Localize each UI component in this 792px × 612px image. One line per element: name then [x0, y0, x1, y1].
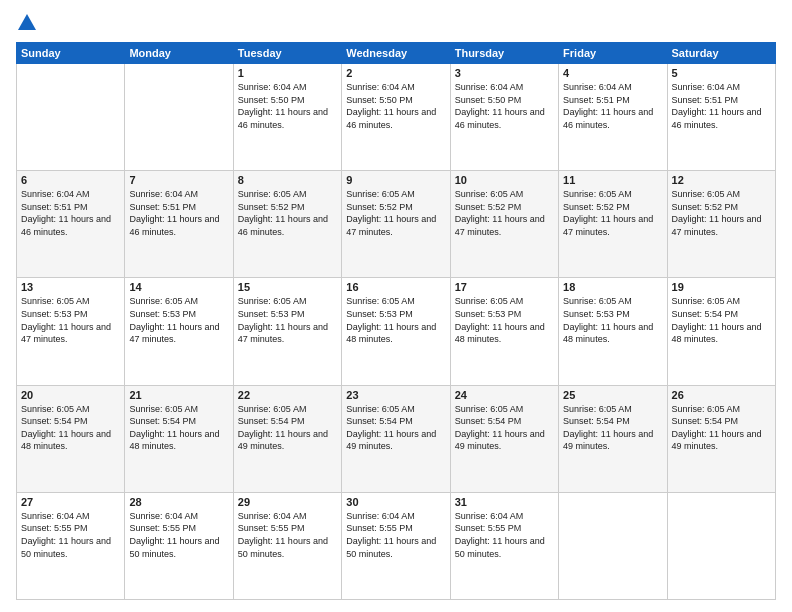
- day-info: Sunrise: 6:05 AMSunset: 5:52 PMDaylight:…: [672, 188, 771, 238]
- weekday-header: Thursday: [450, 43, 558, 64]
- calendar-cell: 19Sunrise: 6:05 AMSunset: 5:54 PMDayligh…: [667, 278, 775, 385]
- day-number: 1: [238, 67, 337, 79]
- calendar-cell: 29Sunrise: 6:04 AMSunset: 5:55 PMDayligh…: [233, 492, 341, 599]
- calendar-cell: 18Sunrise: 6:05 AMSunset: 5:53 PMDayligh…: [559, 278, 667, 385]
- calendar-cell: 5Sunrise: 6:04 AMSunset: 5:51 PMDaylight…: [667, 64, 775, 171]
- day-info: Sunrise: 6:04 AMSunset: 5:55 PMDaylight:…: [455, 510, 554, 560]
- day-info: Sunrise: 6:05 AMSunset: 5:52 PMDaylight:…: [238, 188, 337, 238]
- calendar-cell: 30Sunrise: 6:04 AMSunset: 5:55 PMDayligh…: [342, 492, 450, 599]
- day-number: 26: [672, 389, 771, 401]
- calendar-cell: 15Sunrise: 6:05 AMSunset: 5:53 PMDayligh…: [233, 278, 341, 385]
- day-number: 8: [238, 174, 337, 186]
- day-info: Sunrise: 6:04 AMSunset: 5:55 PMDaylight:…: [21, 510, 120, 560]
- day-info: Sunrise: 6:04 AMSunset: 5:51 PMDaylight:…: [129, 188, 228, 238]
- calendar-cell: 27Sunrise: 6:04 AMSunset: 5:55 PMDayligh…: [17, 492, 125, 599]
- day-number: 27: [21, 496, 120, 508]
- weekday-header: Saturday: [667, 43, 775, 64]
- day-info: Sunrise: 6:04 AMSunset: 5:51 PMDaylight:…: [563, 81, 662, 131]
- calendar-cell: 25Sunrise: 6:05 AMSunset: 5:54 PMDayligh…: [559, 385, 667, 492]
- calendar-cell: 8Sunrise: 6:05 AMSunset: 5:52 PMDaylight…: [233, 171, 341, 278]
- day-info: Sunrise: 6:05 AMSunset: 5:54 PMDaylight:…: [455, 403, 554, 453]
- calendar-cell: 7Sunrise: 6:04 AMSunset: 5:51 PMDaylight…: [125, 171, 233, 278]
- calendar-cell: [667, 492, 775, 599]
- calendar-cell: 9Sunrise: 6:05 AMSunset: 5:52 PMDaylight…: [342, 171, 450, 278]
- calendar-cell: 6Sunrise: 6:04 AMSunset: 5:51 PMDaylight…: [17, 171, 125, 278]
- calendar-week-row: 20Sunrise: 6:05 AMSunset: 5:54 PMDayligh…: [17, 385, 776, 492]
- day-info: Sunrise: 6:05 AMSunset: 5:53 PMDaylight:…: [563, 295, 662, 345]
- day-number: 18: [563, 281, 662, 293]
- day-number: 6: [21, 174, 120, 186]
- day-info: Sunrise: 6:04 AMSunset: 5:51 PMDaylight:…: [672, 81, 771, 131]
- day-number: 3: [455, 67, 554, 79]
- calendar-week-row: 27Sunrise: 6:04 AMSunset: 5:55 PMDayligh…: [17, 492, 776, 599]
- calendar-header-row: SundayMondayTuesdayWednesdayThursdayFrid…: [17, 43, 776, 64]
- day-number: 19: [672, 281, 771, 293]
- logo-icon: [16, 12, 38, 34]
- calendar-cell: 12Sunrise: 6:05 AMSunset: 5:52 PMDayligh…: [667, 171, 775, 278]
- calendar-cell: 23Sunrise: 6:05 AMSunset: 5:54 PMDayligh…: [342, 385, 450, 492]
- calendar-week-row: 6Sunrise: 6:04 AMSunset: 5:51 PMDaylight…: [17, 171, 776, 278]
- day-info: Sunrise: 6:05 AMSunset: 5:52 PMDaylight:…: [563, 188, 662, 238]
- day-info: Sunrise: 6:05 AMSunset: 5:54 PMDaylight:…: [238, 403, 337, 453]
- day-number: 14: [129, 281, 228, 293]
- day-info: Sunrise: 6:05 AMSunset: 5:53 PMDaylight:…: [129, 295, 228, 345]
- calendar-cell: 4Sunrise: 6:04 AMSunset: 5:51 PMDaylight…: [559, 64, 667, 171]
- day-info: Sunrise: 6:05 AMSunset: 5:53 PMDaylight:…: [21, 295, 120, 345]
- day-number: 12: [672, 174, 771, 186]
- day-number: 2: [346, 67, 445, 79]
- day-number: 17: [455, 281, 554, 293]
- weekday-header: Wednesday: [342, 43, 450, 64]
- calendar-cell: 17Sunrise: 6:05 AMSunset: 5:53 PMDayligh…: [450, 278, 558, 385]
- day-number: 11: [563, 174, 662, 186]
- calendar-cell: 24Sunrise: 6:05 AMSunset: 5:54 PMDayligh…: [450, 385, 558, 492]
- calendar-cell: 26Sunrise: 6:05 AMSunset: 5:54 PMDayligh…: [667, 385, 775, 492]
- day-number: 21: [129, 389, 228, 401]
- calendar-cell: 28Sunrise: 6:04 AMSunset: 5:55 PMDayligh…: [125, 492, 233, 599]
- day-info: Sunrise: 6:05 AMSunset: 5:54 PMDaylight:…: [672, 295, 771, 345]
- weekday-header: Monday: [125, 43, 233, 64]
- calendar-cell: 2Sunrise: 6:04 AMSunset: 5:50 PMDaylight…: [342, 64, 450, 171]
- day-number: 5: [672, 67, 771, 79]
- day-number: 29: [238, 496, 337, 508]
- day-info: Sunrise: 6:05 AMSunset: 5:52 PMDaylight:…: [346, 188, 445, 238]
- day-number: 13: [21, 281, 120, 293]
- calendar-cell: 31Sunrise: 6:04 AMSunset: 5:55 PMDayligh…: [450, 492, 558, 599]
- day-info: Sunrise: 6:04 AMSunset: 5:55 PMDaylight:…: [129, 510, 228, 560]
- header: [16, 12, 776, 34]
- day-info: Sunrise: 6:04 AMSunset: 5:50 PMDaylight:…: [455, 81, 554, 131]
- day-number: 16: [346, 281, 445, 293]
- day-number: 25: [563, 389, 662, 401]
- calendar-cell: 11Sunrise: 6:05 AMSunset: 5:52 PMDayligh…: [559, 171, 667, 278]
- day-info: Sunrise: 6:04 AMSunset: 5:55 PMDaylight:…: [346, 510, 445, 560]
- day-info: Sunrise: 6:04 AMSunset: 5:50 PMDaylight:…: [238, 81, 337, 131]
- calendar-cell: [17, 64, 125, 171]
- day-info: Sunrise: 6:04 AMSunset: 5:50 PMDaylight:…: [346, 81, 445, 131]
- weekday-header: Tuesday: [233, 43, 341, 64]
- calendar-week-row: 13Sunrise: 6:05 AMSunset: 5:53 PMDayligh…: [17, 278, 776, 385]
- day-number: 28: [129, 496, 228, 508]
- calendar-cell: 21Sunrise: 6:05 AMSunset: 5:54 PMDayligh…: [125, 385, 233, 492]
- day-info: Sunrise: 6:05 AMSunset: 5:52 PMDaylight:…: [455, 188, 554, 238]
- calendar-cell: 10Sunrise: 6:05 AMSunset: 5:52 PMDayligh…: [450, 171, 558, 278]
- day-info: Sunrise: 6:04 AMSunset: 5:51 PMDaylight:…: [21, 188, 120, 238]
- calendar-table: SundayMondayTuesdayWednesdayThursdayFrid…: [16, 42, 776, 600]
- day-info: Sunrise: 6:05 AMSunset: 5:53 PMDaylight:…: [346, 295, 445, 345]
- day-number: 15: [238, 281, 337, 293]
- day-number: 31: [455, 496, 554, 508]
- day-number: 9: [346, 174, 445, 186]
- day-info: Sunrise: 6:05 AMSunset: 5:53 PMDaylight:…: [238, 295, 337, 345]
- day-info: Sunrise: 6:05 AMSunset: 5:54 PMDaylight:…: [672, 403, 771, 453]
- day-number: 23: [346, 389, 445, 401]
- calendar-cell: 22Sunrise: 6:05 AMSunset: 5:54 PMDayligh…: [233, 385, 341, 492]
- day-number: 10: [455, 174, 554, 186]
- calendar-cell: [559, 492, 667, 599]
- calendar-cell: 1Sunrise: 6:04 AMSunset: 5:50 PMDaylight…: [233, 64, 341, 171]
- day-info: Sunrise: 6:05 AMSunset: 5:54 PMDaylight:…: [563, 403, 662, 453]
- calendar-cell: 3Sunrise: 6:04 AMSunset: 5:50 PMDaylight…: [450, 64, 558, 171]
- calendar-cell: 14Sunrise: 6:05 AMSunset: 5:53 PMDayligh…: [125, 278, 233, 385]
- day-info: Sunrise: 6:05 AMSunset: 5:54 PMDaylight:…: [129, 403, 228, 453]
- day-number: 20: [21, 389, 120, 401]
- day-number: 4: [563, 67, 662, 79]
- day-info: Sunrise: 6:05 AMSunset: 5:54 PMDaylight:…: [346, 403, 445, 453]
- weekday-header: Friday: [559, 43, 667, 64]
